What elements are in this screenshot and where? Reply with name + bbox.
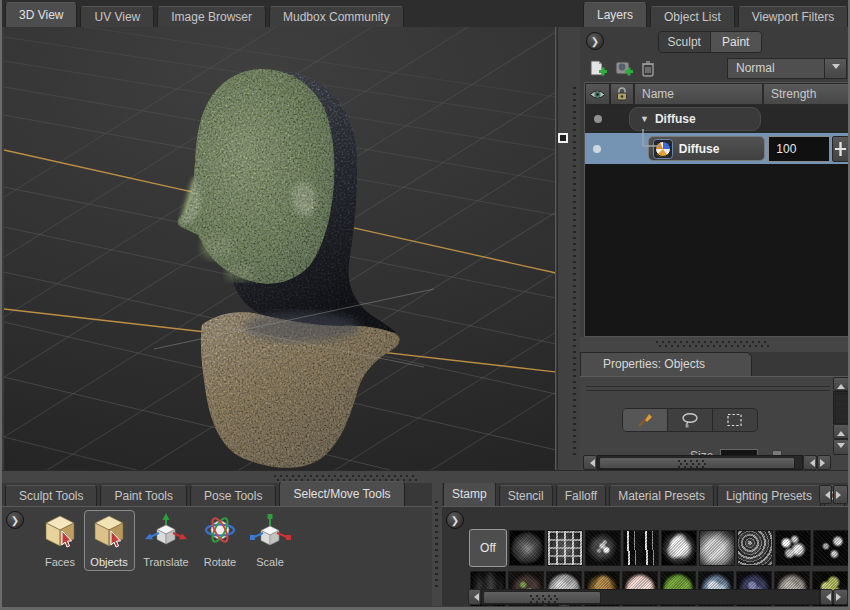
brush-icon [636,412,654,428]
tab-layers[interactable]: Layers [583,2,647,27]
tab-falloff[interactable]: Falloff [556,485,606,506]
tool-objects[interactable]: Objects [87,513,131,568]
visibility-column-button[interactable] [585,83,610,105]
tab-scroll-right-button[interactable] [833,485,848,504]
layer-visibility-dot[interactable] [594,115,602,123]
strength-column-header[interactable]: Strength [763,83,849,105]
stamp-thumb-noise-disc[interactable] [509,530,545,566]
tool-label: Translate [142,556,190,568]
tab-viewport-filters[interactable]: Viewport Filters [738,6,848,27]
tray-splitter[interactable] [432,483,442,606]
scroll-left-button[interactable] [468,589,481,605]
layer-strength-input[interactable]: 100 [768,136,830,162]
blend-mode-value[interactable]: Normal [727,58,825,79]
scroll-right-button[interactable] [817,455,831,470]
tab-scroll-left-button[interactable] [819,485,832,504]
arrow-left-icon [821,491,830,499]
import-layer-button[interactable] [614,59,634,79]
trash-icon [640,59,656,79]
stamp-thumb-specks[interactable] [585,530,621,566]
layer-list: Name Strength ▼ Diffuse [584,82,850,337]
scroll-left-button-2[interactable] [820,589,833,605]
tray-expand-button[interactable]: ❯ [446,511,464,529]
paint-layers-button[interactable]: Paint [711,32,762,52]
horizontal-splitter[interactable] [580,337,850,352]
stamp-thumb-splats[interactable] [775,530,811,566]
splitter-grip [656,341,768,343]
lasso-select-button[interactable] [668,409,712,431]
tab-stamp[interactable]: Stamp [443,483,496,506]
new-layer-icon [588,59,608,79]
strength-slider-button[interactable] [832,136,849,162]
layer-row-selected[interactable]: Diffuse 100 [585,133,849,164]
stamp-thumb-blob-cluster[interactable] [661,530,697,566]
tab-stencil[interactable]: Stencil [499,485,553,506]
chevron-right-icon: ❯ [451,515,459,526]
panel-expand-button[interactable]: ❯ [586,32,604,50]
arrow-right-icon [836,593,845,601]
scroll-left-button[interactable] [583,455,597,470]
tab-paint-tools[interactable]: Paint Tools [100,485,186,506]
properties-hscrollbar[interactable] [583,455,831,470]
paint-layer-pill[interactable]: Diffuse [648,136,766,161]
paint-select-button[interactable] [623,409,667,431]
tab-uv-view[interactable]: UV View [80,6,154,27]
arrow-right-icon [820,459,829,467]
bottom-splitter[interactable] [2,470,850,483]
stamp-thumb-plaid[interactable] [547,530,583,566]
scroll-right-button[interactable] [833,589,848,605]
tab-sculpt-tools[interactable]: Sculpt Tools [5,485,97,506]
tab-3d-view[interactable]: 3D View [5,2,77,27]
tab-object-list[interactable]: Object List [650,6,735,27]
stamp-off-button[interactable]: Off [469,529,507,567]
scroll-left-button-2[interactable] [803,455,817,470]
tab-lighting-presets[interactable]: Lighting Presets [717,485,821,506]
slider-handle-icon [834,141,847,157]
viewport-canvas [4,27,556,470]
viewport-3d[interactable] [4,27,556,470]
tool-faces[interactable]: Faces [38,513,82,568]
scroll-up-button[interactable] [833,377,849,391]
tray-expand-button[interactable]: ❯ [6,511,24,529]
layer-visibility-dot[interactable] [593,145,601,153]
blend-mode-arrow-button[interactable] [825,58,847,79]
stamp-hscrollbar[interactable] [468,589,848,605]
tab-mudbox-community[interactable]: Mudbox Community [269,6,404,27]
blend-mode-dropdown[interactable]: Normal [727,58,847,79]
stamp-thumb-splats2[interactable] [813,530,849,566]
name-column-header[interactable]: Name [634,83,763,105]
delete-layer-button[interactable] [640,59,656,79]
select-mode-group [622,408,758,432]
layer-group-pill[interactable]: ▼ Diffuse [629,107,761,131]
tool-scale[interactable]: Scale [248,513,292,568]
vertical-splitter[interactable] [557,27,580,470]
stamp-thumb-dense-noise[interactable] [737,530,773,566]
tool-translate[interactable]: Translate [142,513,190,568]
tool-label: Scale [248,556,292,568]
splitter-grip[interactable] [573,87,576,457]
import-layer-icon [614,59,634,79]
stamp-thumb-streaks[interactable] [623,530,659,566]
scroll-down-button[interactable] [833,439,849,455]
tab-material-presets[interactable]: Material Presets [609,485,714,506]
properties-vscrollbar[interactable] [833,377,849,470]
chevron-right-icon: ❯ [11,515,19,526]
new-layer-button[interactable] [588,59,608,79]
tab-image-browser[interactable]: Image Browser [157,6,266,27]
tool-rotate[interactable]: Rotate [198,513,242,568]
splitter-collapse-handle[interactable] [558,133,568,143]
properties-tab[interactable]: Properties: Objects [580,352,752,376]
stamp-tray: Stamp Stencil Falloff Material Presets L… [442,483,850,606]
tab-select-move-tools[interactable]: Select/Move Tools [279,481,404,506]
layers-panel: ❯ Sculpt Paint [580,27,850,470]
scroll-up-button-2[interactable] [833,424,849,439]
lock-column-button[interactable] [610,83,634,105]
arrow-down-icon [837,443,845,452]
chevron-right-icon: ❯ [591,36,599,47]
sculpt-layers-button[interactable]: Sculpt [659,32,711,52]
tab-pose-tools[interactable]: Pose Tools [190,485,276,506]
expand-triangle-icon[interactable]: ▼ [640,114,649,124]
stamp-thumb-soft-blob[interactable] [699,530,735,566]
layer-group-row[interactable]: ▼ Diffuse [585,105,849,133]
marquee-select-button[interactable] [713,409,757,431]
